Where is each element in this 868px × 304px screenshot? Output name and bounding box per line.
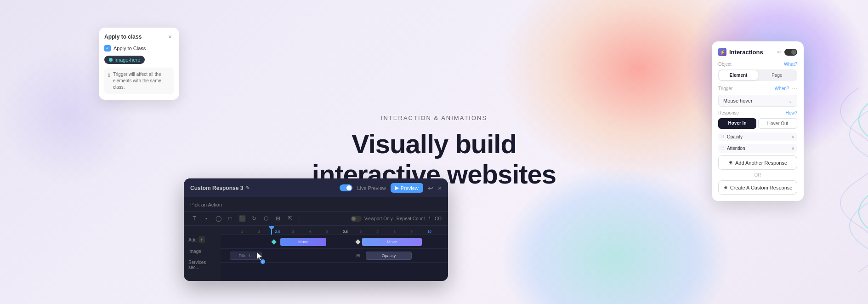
timeline-controls: Live Preview ▶ Preview ↩ × [340, 183, 442, 193]
play-icon: ▶ [395, 185, 399, 191]
close-button[interactable]: × [166, 33, 174, 40]
rotate-tool-icon[interactable]: ↻ [250, 214, 258, 223]
info-icon: ℹ [108, 72, 110, 78]
panel-header: Apply to class × [104, 33, 174, 40]
interactions-title-row: ⚡ Interactions [718, 48, 763, 56]
add-label: Add [188, 237, 197, 242]
playhead[interactable] [271, 226, 272, 235]
timeline-tracks: Add + Image Services sec... 1 2 2.6 3 4 [184, 226, 448, 281]
response-row: Response How? [718, 110, 797, 115]
ruler-mark-6: 6 [360, 229, 377, 235]
create-custom-label: Create A Custom Response [730, 185, 793, 190]
trigger-dropdown[interactable]: Mouse hover ⌄ [718, 95, 797, 107]
track-label-services-text: Services sec... [188, 260, 216, 270]
opacity-label: Opacity [727, 134, 743, 139]
panel-title: Apply to class [104, 34, 142, 40]
checkbox-label: Apply to Class [113, 46, 146, 51]
close-timeline-button[interactable]: × [438, 184, 442, 192]
circle-tool-icon[interactable]: ◯ [214, 214, 222, 223]
track-bar-opacity[interactable]: Opacity [366, 252, 412, 260]
create-custom-icon: ⊞ [723, 184, 727, 190]
when-link[interactable]: When? [775, 86, 789, 91]
bar-label-opacity: Opacity [382, 253, 396, 258]
track-bar-move2[interactable]: Move [362, 238, 422, 246]
track-label-services: Services sec... [184, 258, 221, 272]
ruler-marks: 1 2 2.6 3 4 5 5.8 6 7 8 9 10 [221, 226, 448, 235]
checkbox-row[interactable]: Apply to Class [104, 45, 174, 52]
trigger-row: Trigger When? ··· [718, 85, 797, 92]
ruler-mark-8: 8 [393, 229, 410, 235]
ruler-mark-5: 5 [326, 229, 343, 235]
rect-tool-icon[interactable]: ▪ [202, 214, 210, 223]
add-response-icon: ⊞ [728, 160, 732, 166]
or-divider: OR [718, 172, 797, 178]
viewport-toggle[interactable] [351, 216, 362, 222]
tab-hover-out[interactable]: Hover Out [758, 118, 797, 129]
object-row: Object What? [718, 62, 797, 67]
create-custom-response-button[interactable]: ⊞ Create A Custom Response [718, 180, 797, 195]
co-label: CO [435, 216, 442, 221]
info-text: Trigger will affect all the elements wit… [113, 71, 170, 91]
tab-hover-in[interactable]: Hover In [718, 118, 756, 129]
keyframe-start[interactable] [271, 239, 276, 244]
preview-label: Preview [401, 185, 419, 191]
live-preview-toggle[interactable] [340, 184, 352, 191]
viewport-control: Viewport Only [351, 216, 393, 222]
drag-handle-attention: ⠿ [721, 146, 724, 151]
edit-icon[interactable]: ✎ [246, 185, 250, 190]
interactions-header: ⚡ Interactions ↩ [718, 48, 797, 56]
ruler-mark-58: 5.8 [343, 229, 360, 235]
header-controls: ↩ [777, 49, 797, 56]
how-link[interactable]: How? [785, 110, 797, 115]
ruler-mark-0 [224, 234, 241, 235]
interactions-toggle[interactable] [784, 49, 797, 56]
ruler-mark-2: 2 [258, 229, 275, 235]
ruler-mark-10: 10 [427, 229, 444, 235]
live-preview-label: Live Preview [357, 185, 386, 191]
repeat-label: Repeat Count [397, 216, 425, 221]
title-line1: Visually build [352, 128, 516, 158]
tag-dot [109, 58, 113, 62]
what-link[interactable]: What? [784, 62, 797, 67]
rect-outline-icon[interactable]: □ [226, 214, 234, 223]
toolbar-divider [300, 215, 300, 222]
timeline-title: Custom Response 3 ✎ [190, 185, 250, 191]
checkbox-checked[interactable] [104, 45, 111, 52]
cursor-indicator: + [255, 251, 264, 263]
timeline-toolbar: T ▪ ◯ □ ⬛ ↻ ⬡ ⊞ ⇱ Viewport Only Repeat C… [184, 212, 448, 226]
tab-page[interactable]: Page [758, 70, 796, 80]
apply-to-class-panel: Apply to class × Apply to Class Image-he… [99, 28, 179, 100]
ruler-mark-26: 2.6 [275, 229, 292, 235]
add-another-response-button[interactable]: ⊞ Add Another Response [718, 155, 797, 170]
cursor-plus-icon: + [261, 259, 265, 264]
class-tag[interactable]: Image-hero [104, 56, 145, 64]
timeline-ruler: 1 2 2.6 3 4 5 5.8 6 7 8 9 10 [221, 226, 448, 235]
undo-interactions-button[interactable]: ↩ [777, 49, 782, 55]
logo-icon: ⚡ [720, 50, 725, 55]
text-tool-icon[interactable]: T [190, 214, 199, 223]
repeat-value: 1 [428, 216, 431, 221]
opacity-action-row[interactable]: ⠿ Opacity ∨ [718, 132, 797, 141]
cursor-tool-icon[interactable]: ⇱ [286, 214, 294, 223]
response-label: Response [718, 110, 739, 115]
skew-tool-icon[interactable]: ⬡ [262, 214, 270, 223]
response-tabs: Hover In Hover Out [718, 118, 797, 129]
trigger-more-button[interactable]: ··· [792, 85, 797, 92]
preview-button[interactable]: ▶ Preview [391, 183, 423, 193]
track-bar-move1[interactable]: Move [280, 238, 326, 246]
attention-action-row[interactable]: ⠿ Attention ∨ [718, 144, 797, 153]
ruler-mark-3: 3 [292, 229, 309, 235]
bar-label-filter: Filter-br [239, 253, 253, 258]
subtitle: INTERACTION & ANIMATIONS [312, 114, 556, 121]
opacity-chevron-icon: ∨ [791, 134, 794, 139]
track-label-image: Image [184, 244, 221, 258]
timeline-header: Custom Response 3 ✎ Live Preview ▶ Previ… [184, 178, 448, 197]
grid-tool-icon[interactable]: ⊞ [274, 214, 282, 223]
tag-label: Image-hero [114, 57, 140, 63]
element-page-tabs: Element Page [718, 69, 797, 81]
add-button[interactable]: + [199, 236, 205, 243]
keyframe-mid[interactable] [355, 239, 360, 244]
tab-element[interactable]: Element [719, 70, 758, 80]
shape-tool-icon[interactable]: ⬛ [238, 214, 246, 223]
undo-button[interactable]: ↩ [428, 184, 433, 192]
